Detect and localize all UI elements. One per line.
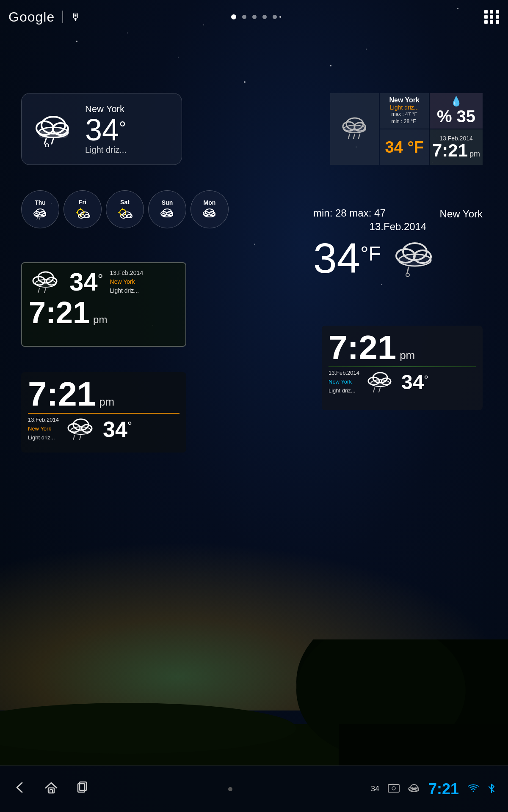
svg-point-10 [39,127,68,137]
widget4-date: 13.Feb.2014 [313,221,483,233]
microphone-icon[interactable]: 🎙 [71,11,81,23]
widget7-time-row: 7:21 pm [329,331,476,365]
forecast-widget[interactable]: Thu Fri [21,190,229,228]
widget2-cloud-cell [330,93,379,165]
weather-time-widget-right[interactable]: 7:21 pm 13.Feb.2014 New York Light driz.… [322,326,483,410]
weather-detail-widget[interactable]: min: 28 max: 47 New York 13.Feb.2014 34 … [313,207,483,279]
google-text: Google [8,9,55,25]
apps-grid-icon[interactable] [484,10,500,24]
wifi-icon [467,784,479,795]
widget7-separator [329,366,476,367]
page-dot-4[interactable] [262,15,267,19]
forecast-sat[interactable]: Sat [106,190,144,228]
widget2-min: 28 °F [404,118,416,124]
svg-line-71 [373,388,375,392]
widget1-cloud-icon [30,109,77,149]
widget2-time: 7:21 [432,142,468,159]
svg-line-53 [407,267,409,273]
widget2-condition: Light driz... [390,104,419,111]
weather-widget-large[interactable]: New York 34 ° Light driz... [21,93,182,165]
page-dot-5[interactable] [273,15,277,19]
page-dots [231,14,277,19]
widget4-minmax: min: 28 max: 47 [313,207,386,219]
widget5-deg: ° [98,271,103,287]
widget6-ampm: pm [99,395,114,409]
recents-button[interactable] [75,780,90,798]
widget1-condition: Light driz... [85,145,127,155]
weather-nav-icon [408,783,420,795]
page-dot-3[interactable] [252,15,257,19]
forecast-sun[interactable]: Sun [148,190,186,228]
widget6-bottom: 13.Feb.2014 New York Light driz... 34 ° [28,415,179,443]
svg-rect-73 [48,788,54,793]
svg-line-20 [359,134,360,138]
widget4-temp: 34 [313,237,360,279]
forecast-fri-label: Fri [79,199,86,206]
svg-point-52 [399,254,431,266]
widget4-cloud-icon [389,237,440,279]
widget7-date: 13.Feb.2014 [329,369,359,378]
widget2-max: 47 °F [405,111,417,117]
svg-point-54 [406,273,409,277]
main-content: Google 🎙 [0,0,508,812]
bluetooth-icon [488,783,495,795]
nav-icons-left [13,780,90,798]
widget2-temp-cell: 34 °F [380,129,428,165]
notification-count: 34 [371,785,379,793]
widget7-deg: ° [424,373,428,386]
widget5-date: 13.Feb.2014 [110,269,144,277]
forecast-thu-label: Thu [35,199,46,206]
google-divider [62,11,63,23]
weather-time-widget-bottom-left[interactable]: 7:21 pm 13.Feb.2014 New York Light driz.… [21,372,186,453]
widget2-temp: 34 °F [385,138,424,156]
home-indicator [228,787,232,791]
widget6-separator [28,413,179,414]
widget7-condition: Light driz... [329,387,359,395]
widget4-city: New York [440,208,483,220]
svg-line-18 [348,134,350,138]
svg-rect-79 [392,784,394,785]
svg-line-65 [73,436,75,440]
svg-line-25 [37,217,38,219]
widget2-maxmin: max : 47 °F min : 28 °F [391,111,417,125]
svg-point-70 [371,380,389,387]
forecast-sun-label: Sun [162,199,173,206]
drop-icon: 💧 [450,96,462,107]
widget5-ampm: pm [93,314,107,326]
weather-time-widget-medium[interactable]: 34 ° 13.Feb.2014 New York Light driz... … [21,262,186,347]
widget2-humidity-cell: 💧 % 35 [430,93,483,129]
widget2-info-cell: New York Light driz... max : 47 °F min :… [380,93,428,129]
widget6-info: 13.Feb.2014 New York Light driz... [28,416,59,442]
weather-widget-grid[interactable]: New York Light driz... max : 47 °F min :… [330,93,483,165]
widget2-humidity: % 35 [437,107,475,126]
screenshot-icon [388,783,400,795]
page-dot-2[interactable] [242,15,246,19]
forecast-fri[interactable]: Fri [64,190,102,228]
top-bar: Google 🎙 [0,0,508,34]
widget7-info: 13.Feb.2014 New York Light driz... [329,369,359,395]
forecast-mon[interactable]: Mon [190,190,229,228]
widget5-temp: 34 [69,269,98,295]
svg-line-12 [52,139,53,144]
google-logo: Google 🎙 [8,9,81,25]
widget5-cloud-icon [29,268,63,296]
home-button[interactable] [44,780,58,798]
forecast-thu[interactable]: Thu [21,190,59,228]
widget7-time: 7:21 [329,331,396,365]
widget5-time: 7:21 [29,297,90,328]
widget5-time-row: 7:21 pm [29,297,179,328]
widget2-city: New York [389,96,419,104]
widget6-time: 7:21 [28,377,96,411]
svg-line-60 [44,288,46,293]
widget5-city: New York [110,277,144,286]
widget5-info: 13.Feb.2014 New York Light driz... [110,269,144,295]
svg-point-58 [36,280,56,287]
svg-line-19 [353,134,355,138]
back-button[interactable] [13,780,27,798]
page-dot-1[interactable] [231,14,236,19]
widget6-cloud-icon [64,415,98,443]
svg-line-66 [80,436,81,440]
widget2-time-cell: 13.Feb.2014 7:21 pm [430,129,483,165]
widget6-condition: Light driz... [28,433,59,442]
svg-rect-77 [388,785,399,792]
